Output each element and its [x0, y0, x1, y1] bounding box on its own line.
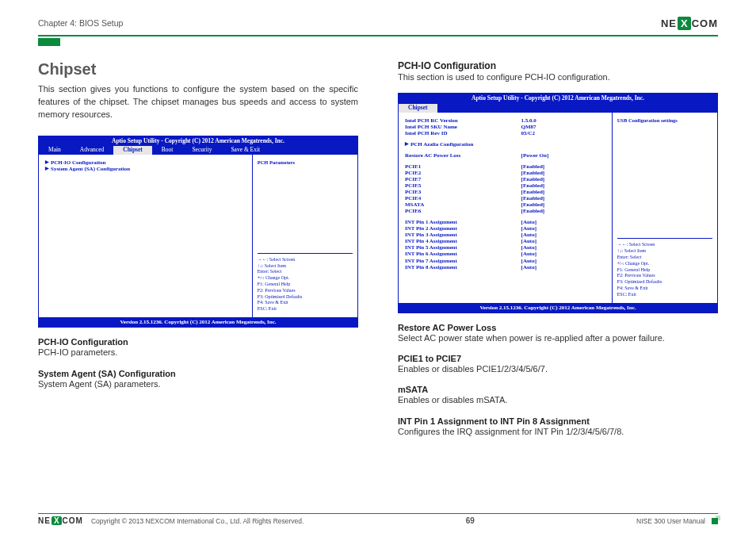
bios-titlebar: Aptio Setup Utility - Copyright (C) 2012… — [39, 136, 357, 147]
bios-tab-security[interactable]: Security — [182, 146, 221, 155]
pchio-intro: This section is used to configure PCH-IO… — [398, 71, 718, 83]
bios-hint-line: F2: Previous Values — [258, 288, 353, 294]
bios-row[interactable]: PCIE2[Enabled] — [405, 170, 605, 176]
bios-hint: PCH Parameters — [258, 159, 353, 165]
item-desc: Select AC power state when power is re-a… — [398, 332, 718, 344]
bios-hint-line: F3: Optimized Defaults — [617, 279, 712, 286]
bios-titlebar: Aptio Setup Utility - Copyright (C) 2012… — [399, 94, 717, 104]
bios-tab-chipset[interactable]: Chipset — [113, 146, 152, 155]
bios-row[interactable]: INT Pin 2 Assignment[Auto] — [405, 225, 605, 232]
bios-key-hints: →←: Select Screen↑↓: Select ItemEnter: S… — [617, 238, 712, 297]
bios-left-pane: Intel PCH RC Version1.5.0.0Intel PCH SKU… — [399, 113, 613, 303]
logo-x: X — [678, 17, 691, 30]
bios-row[interactable]: PCH-IO Configuration — [45, 159, 246, 166]
bios-hint-line: →←: Select Screen — [258, 257, 353, 263]
bios-row[interactable]: INT Pin 6 Assignment[Auto] — [405, 251, 605, 257]
page-header: Chapter 4: BIOS Setup NE X COM — [38, 14, 718, 32]
bios-row[interactable]: PCH Azalia Configuration — [405, 141, 605, 148]
bios-row[interactable]: INT Pin 4 Assignment[Auto] — [405, 238, 605, 244]
nexcom-logo: NE X COM — [661, 16, 718, 30]
bios-screenshot-pchio: Aptio Setup Utility - Copyright (C) 2012… — [398, 93, 718, 313]
page-footer: NE X COM Copyright © 2013 NEXCOM Interna… — [38, 513, 718, 526]
item-title: System Agent (SA) Configuration — [38, 369, 358, 378]
logo-ne: NE — [661, 17, 677, 29]
bios-menu: Chipset — [399, 104, 717, 113]
logo-com: COM — [692, 17, 718, 29]
bios-right-pane: USB Configuration settings →←: Select Sc… — [613, 113, 717, 303]
bios-screenshot-chipset: Aptio Setup Utility - Copyright (C) 2012… — [38, 136, 358, 328]
item-title: Restore AC Power Loss — [398, 323, 718, 332]
item-desc: Enables or disables mSATA. — [398, 394, 718, 406]
item-title: PCH-IO Configuration — [38, 337, 358, 347]
bios-row[interactable]: PCIE6[Enabled] — [405, 208, 605, 214]
bios-hint: USB Configuration settings — [617, 117, 712, 123]
bios-hint-line: Enter: Select — [617, 255, 712, 261]
bios-hint-line: F1: General Help — [617, 267, 712, 274]
bios-row[interactable]: PCIE5[Enabled] — [405, 182, 605, 189]
page-number: 69 — [466, 516, 475, 525]
bios-footer: Version 2.15.1236. Copyright (C) 2012 Am… — [39, 317, 357, 327]
footer-rule — [38, 513, 718, 515]
bios-row[interactable]: INT Pin 5 Assignment[Auto] — [405, 244, 605, 251]
bios-row[interactable]: Intel PCH Rev ID05/C2 — [405, 130, 605, 136]
bios-hint-line: +/-: Change Opt. — [617, 261, 712, 267]
bios-row[interactable]: Restore AC Power Loss[Power On] — [405, 152, 605, 159]
bios-hint-line: ESC: Exit — [617, 292, 712, 298]
bios-hint-line: F1: General Help — [258, 282, 353, 288]
footer-corner-icon — [712, 518, 718, 524]
bios-left-pane: PCH-IO ConfigurationSystem Agent (SA) Co… — [39, 155, 253, 317]
section-title-pchio: PCH-IO Configuration — [398, 60, 718, 71]
bios-hint-line: →←: Select Screen — [617, 242, 712, 248]
bios-row[interactable]: Intel PCH RC Version1.5.0.0 — [405, 117, 605, 124]
item-desc: Configures the IRQ assignment for INT Pi… — [398, 426, 718, 438]
bios-row[interactable]: INT Pin 7 Assignment[Auto] — [405, 258, 605, 264]
chipset-intro: This section gives you functions to conf… — [38, 83, 358, 121]
item-desc: System Agent (SA) parameters. — [38, 378, 358, 390]
bios-hint-line: ↑↓: Select Item — [617, 248, 712, 255]
item-desc: Enables or disables PCIE1/2/3/4/5/6/7. — [398, 363, 718, 375]
right-column: PCH-IO Configuration This section is use… — [398, 60, 718, 438]
bios-hint-line: F2: Previous Values — [617, 273, 712, 279]
bios-row[interactable]: PCIE4[Enabled] — [405, 195, 605, 201]
bios-hint-line: Enter: Select — [258, 269, 353, 275]
nexcom-logo-footer: NE X COM — [38, 516, 83, 525]
bios-hint-line: +/-: Change Opt. — [258, 275, 353, 282]
bios-hint-line: F4: Save & Exit — [617, 286, 712, 292]
bios-footer: Version 2.15.1236. Copyright (C) 2012 Am… — [399, 303, 717, 313]
item-desc: PCH-IO parameters. — [38, 347, 358, 359]
bios-hint-line: ESC: Exit — [258, 306, 353, 313]
bios-row[interactable]: INT Pin 3 Assignment[Auto] — [405, 232, 605, 238]
bios-row[interactable]: PCIE7[Enabled] — [405, 176, 605, 182]
bios-tab-chipset[interactable]: Chipset — [399, 104, 437, 113]
bios-row[interactable]: Intel PCH SKU NameQM87 — [405, 124, 605, 130]
bios-right-pane: PCH Parameters →←: Select Screen↑↓: Sele… — [253, 155, 357, 317]
item-title: INT Pin 1 Assignment to INT Pin 8 Assign… — [398, 416, 718, 426]
bios-hint-line: F3: Optimized Defaults — [258, 294, 353, 301]
section-title-chipset: Chipset — [38, 60, 358, 79]
bios-row[interactable]: MSATA[Enabled] — [405, 201, 605, 208]
item-title: PCIE1 to PCIE7 — [398, 354, 718, 363]
bios-tab-save-exit[interactable]: Save & Exit — [221, 146, 269, 155]
bios-menu: MainAdvancedChipsetBootSecuritySave & Ex… — [39, 146, 357, 155]
header-rule — [38, 35, 718, 36]
bios-tab-advanced[interactable]: Advanced — [71, 146, 113, 155]
manual-name: NISE 300 User Manual — [636, 517, 705, 525]
bios-row[interactable]: INT Pin 1 Assignment[Auto] — [405, 219, 605, 225]
bios-tab-boot[interactable]: Boot — [152, 146, 183, 155]
bios-row[interactable]: System Agent (SA) Configuration — [45, 166, 246, 172]
bios-hint-line: ↑↓: Select Item — [258, 263, 353, 270]
section-tab-mark — [38, 38, 60, 46]
chapter-label: Chapter 4: BIOS Setup — [38, 18, 123, 28]
bios-row[interactable]: INT Pin 8 Assignment[Auto] — [405, 264, 605, 270]
bios-row[interactable]: PCIE3[Enabled] — [405, 189, 605, 195]
item-title: mSATA — [398, 385, 718, 394]
bios-hint-line: F4: Save & Exit — [258, 300, 353, 306]
copyright-text: Copyright © 2013 NEXCOM International Co… — [91, 517, 304, 525]
bios-key-hints: →←: Select Screen↑↓: Select ItemEnter: S… — [258, 253, 353, 313]
bios-tab-main[interactable]: Main — [39, 146, 71, 155]
left-column: Chipset This section gives you functions… — [38, 60, 358, 438]
bios-row[interactable]: PCIE1[Enabled] — [405, 163, 605, 170]
